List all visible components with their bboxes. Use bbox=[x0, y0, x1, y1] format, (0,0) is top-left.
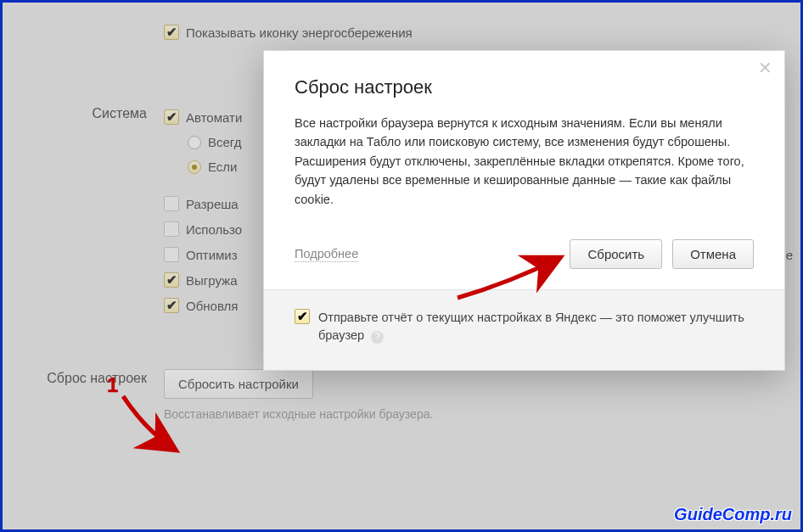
close-icon[interactable]: ✕ bbox=[755, 59, 774, 78]
checkbox-icon bbox=[164, 247, 179, 262]
checkbox-icon[interactable] bbox=[295, 309, 310, 324]
opt-label: Разреша bbox=[186, 197, 239, 211]
help-icon[interactable]: ? bbox=[371, 331, 384, 344]
radio-icon bbox=[188, 136, 201, 149]
annotation-number-1: 1 bbox=[107, 373, 118, 397]
opt-label: Автомати bbox=[186, 110, 242, 125]
cancel-button[interactable]: Отмена bbox=[672, 239, 754, 269]
checkbox-icon bbox=[164, 25, 179, 40]
radio-icon bbox=[188, 160, 201, 174]
section-reset-title: Сброс настроек bbox=[15, 369, 164, 386]
opt-label: Если bbox=[208, 160, 237, 174]
opt-label: Выгружа bbox=[186, 273, 237, 288]
opt-label: Обновля bbox=[186, 299, 238, 313]
opt-label: Оптимиз bbox=[186, 248, 238, 262]
opt-label: Использо bbox=[186, 222, 242, 237]
reset-settings-button[interactable]: Сбросить настройки bbox=[164, 369, 313, 399]
reset-dialog: ✕ Сброс настроек Все настройки браузера … bbox=[263, 50, 785, 371]
watermark: GuideComp.ru bbox=[674, 505, 792, 524]
checkbox-icon bbox=[164, 298, 179, 313]
checkbox-icon bbox=[164, 109, 179, 125]
dialog-text: Все настройки браузера вернутся к исходн… bbox=[295, 114, 754, 209]
dialog-title: Сброс настроек bbox=[295, 76, 754, 98]
report-label: Отправьте отчёт о текущих настройках в Я… bbox=[318, 309, 754, 344]
section-system-title: Система bbox=[15, 104, 164, 121]
checkbox-icon bbox=[164, 196, 179, 211]
confirm-button[interactable]: Сбросить bbox=[570, 239, 662, 269]
opt-show-energy-icon[interactable]: Показывать иконку энергосбережения bbox=[164, 20, 788, 45]
opt-label: Всегд bbox=[208, 135, 241, 149]
settings-window: Показывать иконку энергосбережения Систе… bbox=[0, 0, 803, 532]
opt-label: Показывать иконку энергосбережения bbox=[186, 25, 413, 40]
reset-hint: Восстанавливает исходные настройки брауз… bbox=[164, 399, 788, 421]
more-link[interactable]: Подробнее bbox=[295, 247, 358, 262]
checkbox-icon bbox=[164, 272, 179, 288]
checkbox-icon bbox=[164, 221, 179, 237]
